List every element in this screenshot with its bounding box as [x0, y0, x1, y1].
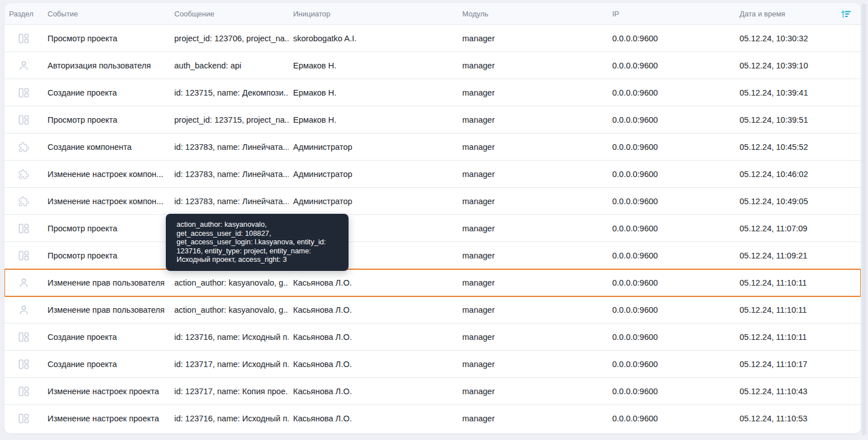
module-cell: manager [458, 387, 608, 396]
module-cell: manager [458, 61, 608, 70]
vertical-scrollbar-track [862, 3, 866, 435]
table-row[interactable]: Создание проекта id: 123716, name: Исход… [5, 323, 861, 351]
project-icon [5, 412, 43, 425]
user-icon [5, 303, 43, 317]
table-row[interactable]: Изменение настроек компон... id: 123783,… [5, 188, 861, 215]
component-puzzle-icon [5, 195, 43, 208]
project-icon [5, 86, 43, 100]
column-header-initiator: Инициатор [289, 10, 458, 18]
ip-cell: 0.0.0.0:9600 [608, 143, 735, 152]
datetime-cell: 05.12.24, 10:49:05 [735, 197, 861, 206]
table-row[interactable]: Создание проекта id: 123717, name: Исход… [5, 351, 861, 378]
event-cell: Создание проекта [43, 360, 170, 369]
table-row[interactable]: Просмотр проекта manager 0.0.0.0:9600 05… [5, 242, 861, 269]
datetime-cell: 05.12.24, 11:10:11 [735, 305, 861, 314]
project-icon [5, 32, 43, 45]
table-row[interactable]: Создание проекта id: 123715, name: Деком… [5, 79, 861, 106]
event-cell: Просмотр проекта [43, 115, 170, 124]
message-cell: action_author: kasyanovalo, g... [170, 278, 289, 287]
message-cell: project_id: 123715, project_na... [170, 115, 289, 124]
table-row[interactable]: Просмотр проекта manager 0.0.0.0:9600 05… [5, 215, 861, 242]
column-header-module: Модуль [458, 10, 608, 18]
row-details-tooltip: action_author: kasyanovalo,get_access_us… [166, 214, 349, 271]
initiator-cell: Администратор [289, 197, 458, 206]
tooltip-line: action_author: kasyanovalo, [177, 220, 340, 229]
message-cell: id: 123783, name: Линейчата... [170, 143, 289, 152]
datetime-cell: 05.12.24, 11:07:09 [735, 224, 861, 233]
table-row[interactable]: Изменение настроек проекта id: 123717, n… [5, 378, 861, 405]
ip-cell: 0.0.0.0:9600 [608, 387, 735, 396]
message-cell: id: 123715, name: Декомпози... [170, 88, 289, 97]
message-cell: id: 123717, name: Копия прое... [170, 387, 289, 396]
table-row[interactable]: Авторизация пользователя auth_backend: a… [5, 52, 861, 79]
ip-cell: 0.0.0.0:9600 [608, 224, 735, 233]
message-cell: id: 123783, name: Линейчата... [170, 197, 289, 206]
module-cell: manager [458, 224, 608, 233]
module-cell: manager [458, 34, 608, 43]
sort-ascending-icon[interactable] [839, 7, 853, 21]
initiator-cell: Ермаков Н. [289, 61, 458, 70]
initiator-cell: Администратор [289, 143, 458, 152]
module-cell: manager [458, 305, 608, 314]
event-cell: Авторизация пользователя [43, 61, 170, 70]
project-icon [5, 222, 43, 235]
module-cell: manager [458, 143, 608, 152]
project-icon [5, 385, 43, 398]
event-cell: Изменение прав пользователя [43, 305, 170, 314]
module-cell: manager [458, 88, 608, 97]
datetime-cell: 05.12.24, 10:46:02 [735, 170, 861, 179]
column-header-section: Раздел [5, 10, 43, 18]
table-row[interactable]: Просмотр проекта project_id: 123706, pro… [5, 25, 861, 52]
event-cell: Изменение настроек проекта [43, 387, 170, 396]
ip-cell: 0.0.0.0:9600 [608, 414, 735, 423]
column-header-datetime-wrap: Дата и время [735, 7, 861, 21]
event-cell: Создание компонента [43, 143, 170, 152]
module-cell: manager [458, 360, 608, 369]
event-cell: Изменение настроек компон... [43, 197, 170, 206]
datetime-cell: 05.12.24, 10:39:51 [735, 115, 861, 124]
table-row[interactable]: Просмотр проекта project_id: 123715, pro… [5, 106, 861, 133]
ip-cell: 0.0.0.0:9600 [608, 88, 735, 97]
datetime-cell: 05.12.24, 10:39:41 [735, 88, 861, 97]
datetime-cell: 05.12.24, 11:09:21 [735, 251, 861, 260]
message-cell: id: 123783, name: Линейчата... [170, 170, 289, 179]
initiator-cell: Касьянова Л.О. [289, 278, 458, 287]
project-icon [5, 113, 43, 127]
datetime-cell: 05.12.24, 11:10:11 [735, 333, 861, 342]
project-icon [5, 357, 43, 371]
tooltip-line: get_access_user_id: 108827, [177, 229, 340, 238]
ip-cell: 0.0.0.0:9600 [608, 360, 735, 369]
event-cell: Изменение настроек компон... [43, 170, 170, 179]
event-cell: Просмотр проекта [43, 251, 170, 260]
table-row[interactable]: Изменение настроек компон... id: 123783,… [5, 161, 861, 188]
message-cell: id: 123716, name: Исходный п... [170, 333, 289, 342]
ip-cell: 0.0.0.0:9600 [608, 115, 735, 124]
ip-cell: 0.0.0.0:9600 [608, 170, 735, 179]
module-cell: manager [458, 197, 608, 206]
table-row[interactable]: Создание компонента id: 123783, name: Ли… [5, 133, 861, 161]
column-header-message: Сообщение [170, 10, 289, 18]
initiator-cell: Ермаков Н. [289, 88, 458, 97]
event-cell: Создание проекта [43, 333, 170, 342]
datetime-cell: 05.12.24, 10:39:10 [735, 61, 861, 70]
message-cell: id: 123716, name: Исходный п... [170, 414, 289, 423]
tooltip-line: get_access_user_login: l.kasyanova, enti… [177, 238, 340, 247]
ip-cell: 0.0.0.0:9600 [608, 61, 735, 70]
audit-log-panel: Раздел Событие Сообщение Инициатор Модул… [5, 3, 861, 433]
datetime-cell: 05.12.24, 11:10:17 [735, 360, 861, 369]
component-puzzle-icon [5, 167, 43, 181]
user-icon [5, 59, 43, 72]
column-header-datetime: Дата и время [740, 10, 785, 18]
initiator-cell: skorobogatko A.I. [289, 34, 458, 43]
module-cell: manager [458, 333, 608, 342]
table-row[interactable]: Изменение прав пользователя action_autho… [5, 269, 861, 296]
tooltip-line: 123716, entity_type: project, entity_nam… [177, 247, 340, 256]
module-cell: manager [458, 414, 608, 423]
column-header-event: Событие [43, 10, 170, 18]
table-row[interactable]: Изменение настроек проекта id: 123716, n… [5, 405, 861, 432]
vertical-scrollbar-thumb[interactable] [862, 3, 866, 435]
datetime-cell: 05.12.24, 10:30:32 [735, 34, 861, 43]
table-row[interactable]: Изменение прав пользователя action_autho… [5, 296, 861, 323]
message-cell: project_id: 123706, project_na... [170, 34, 289, 43]
ip-cell: 0.0.0.0:9600 [608, 251, 735, 260]
